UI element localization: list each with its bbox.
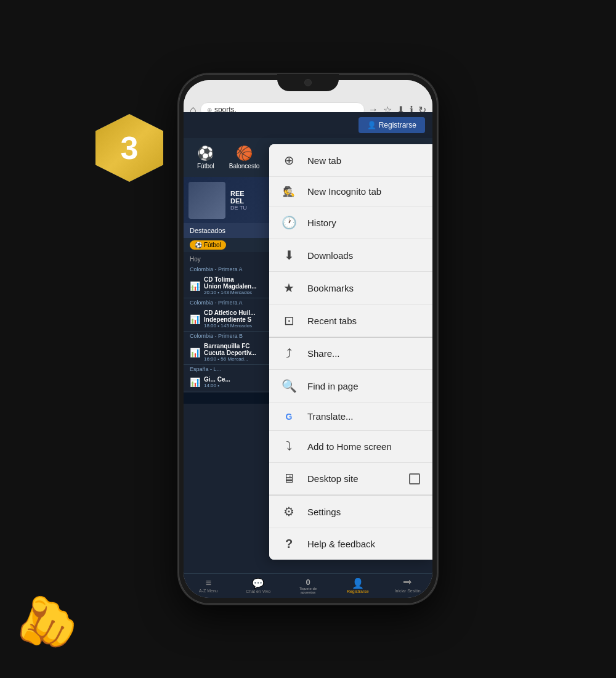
- history-icon: 🕐: [282, 215, 296, 230]
- register-button[interactable]: 👤 Registrarse: [359, 117, 425, 133]
- menu-item-recent-tabs[interactable]: ⊡ Recent tabs: [269, 304, 432, 337]
- find-icon: 🔍: [282, 378, 296, 393]
- recent-tabs-icon: ⊡: [282, 313, 296, 328]
- desktop-label: Desktop site: [307, 473, 398, 484]
- menu-item-add-home[interactable]: ⤵ Add to Home screen: [269, 431, 432, 463]
- hand-emoji: 🫵: [6, 584, 84, 661]
- menu-item-settings[interactable]: ⚙ Settings: [269, 496, 432, 528]
- desktop-checkbox[interactable]: [409, 473, 420, 484]
- bookmarks-label: Bookmarks: [307, 283, 420, 293]
- screen-content: 👤 Registrarse ⚽ Fútbol 🏀 Baloncesto: [184, 112, 432, 598]
- bookmarks-icon: ★: [282, 280, 296, 295]
- menu-item-translate[interactable]: G Translate...: [269, 402, 432, 431]
- downloads-label: Downloads: [307, 250, 420, 261]
- register-label: Registrarse: [379, 121, 416, 129]
- context-menu: ⊕ New tab 🕵 New Incognito tab 🕐 History: [269, 144, 432, 560]
- settings-icon: ⚙: [282, 504, 296, 519]
- pointing-hand: 🫵: [12, 592, 78, 653]
- find-label: Find in page: [307, 381, 420, 391]
- phone-body: ⌂ ⊕ sports. → ☆ ⬇ ℹ ↻: [179, 74, 437, 604]
- recent-tabs-label: Recent tabs: [307, 316, 420, 326]
- menu-item-help[interactable]: ? Help & feedback: [269, 528, 432, 560]
- history-label: History: [307, 218, 420, 228]
- menu-item-incognito[interactable]: 🕵 New Incognito tab: [269, 177, 432, 206]
- settings-label: Settings: [307, 507, 420, 517]
- phone-notch: [277, 74, 339, 91]
- menu-item-new-tab[interactable]: ⊕ New tab: [269, 144, 432, 177]
- menu-item-find[interactable]: 🔍 Find in page: [269, 370, 432, 402]
- menu-item-downloads[interactable]: ⬇ Downloads: [269, 239, 432, 272]
- add-home-label: Add to Home screen: [307, 441, 420, 452]
- step-3-badge: 3: [95, 114, 163, 182]
- site-header: 👤 Registrarse: [184, 112, 432, 138]
- help-label: Help & feedback: [307, 539, 420, 549]
- add-home-icon: ⤵: [282, 439, 296, 454]
- incognito-label: New Incognito tab: [307, 186, 420, 197]
- badge-number: 3: [121, 132, 139, 164]
- new-tab-icon: ⊕: [282, 153, 296, 168]
- phone-screen: ⌂ ⊕ sports. → ☆ ⬇ ℹ ↻: [184, 80, 432, 598]
- menu-item-share[interactable]: ⤴ Share...: [269, 338, 432, 370]
- share-label: Share...: [307, 348, 420, 359]
- dropdown-overlay: ⊕ New tab 🕵 New Incognito tab 🕐 History: [184, 144, 432, 598]
- menu-item-history[interactable]: 🕐 History: [269, 206, 432, 239]
- menu-item-bookmarks[interactable]: ★ Bookmarks: [269, 272, 432, 304]
- downloads-icon: ⬇: [282, 248, 296, 263]
- new-tab-label: New tab: [307, 155, 420, 166]
- phone-mockup: ⌂ ⊕ sports. → ☆ ⬇ ℹ ↻: [179, 74, 437, 604]
- share-icon: ⤴: [282, 346, 296, 361]
- incognito-icon: 🕵: [282, 186, 296, 197]
- desktop-icon: 🖥: [282, 472, 296, 486]
- menu-item-desktop[interactable]: 🖥 Desktop site: [269, 463, 432, 495]
- translate-icon: G: [282, 412, 296, 422]
- help-icon: ?: [282, 537, 296, 551]
- front-camera: [304, 79, 312, 86]
- translate-label: Translate...: [307, 411, 420, 422]
